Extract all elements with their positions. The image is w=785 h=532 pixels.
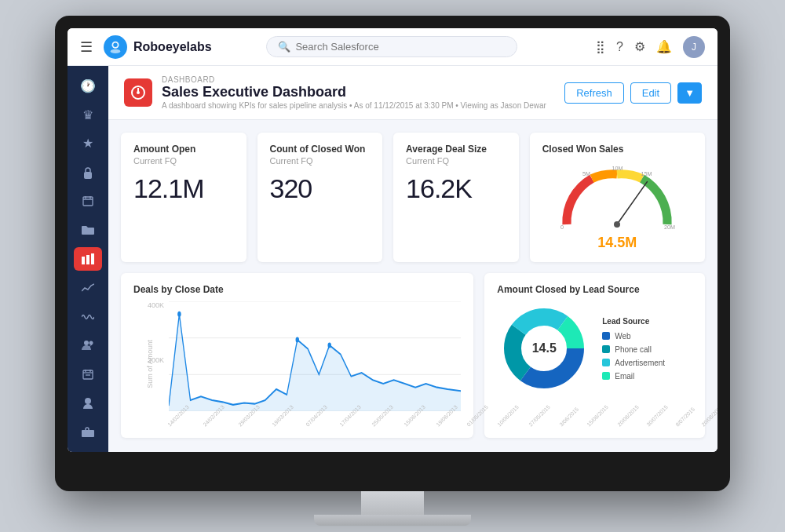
dashboard-icon xyxy=(124,78,152,107)
dropdown-button[interactable]: ▼ xyxy=(677,82,702,104)
apps-icon[interactable]: ⣿ xyxy=(596,39,605,54)
monitor-stand xyxy=(55,491,730,526)
line-chart-wrap: Sum of Amount 400K 200K xyxy=(133,301,461,427)
kpi-value-0: 12.1M xyxy=(133,173,234,204)
legend-label-ad: Advertisement xyxy=(615,359,665,367)
screen: ☰ Roboeyelabs 🔍 ⣿ xyxy=(68,28,717,452)
donut-center-value: 14.5 xyxy=(532,341,557,355)
legend-label-email: Email xyxy=(615,372,634,381)
search-input[interactable] xyxy=(295,41,436,53)
dash-body: Amount Open Current FQ 12.1M Count of Cl… xyxy=(108,120,717,450)
sidebar-item-star[interactable]: ★ xyxy=(74,132,102,156)
svg-point-18 xyxy=(85,398,91,404)
kpi-row: Amount Open Current FQ 12.1M Count of Cl… xyxy=(121,133,705,262)
settings-icon[interactable]: ⚙ xyxy=(634,39,645,54)
dash-title-wrap: DASHBOARD Sales Executive Dashboard A da… xyxy=(162,75,546,110)
edit-button[interactable]: Edit xyxy=(630,82,671,104)
sidebar: 🕐 ♛ ★ xyxy=(68,66,108,452)
sidebar-item-lock[interactable] xyxy=(74,160,102,184)
topbar-right: ⣿ ? ⚙ 🔔 J xyxy=(596,36,705,58)
search-bar[interactable]: 🔍 xyxy=(266,36,517,57)
svg-text:20M: 20M xyxy=(664,224,675,231)
kpi-card-1: Count of Closed Won Current FQ 320 xyxy=(257,133,383,262)
sidebar-item-folder[interactable] xyxy=(74,218,102,242)
kpi-value-2: 16.2K xyxy=(406,173,506,204)
donut-svg-wrap: 14.5 xyxy=(497,301,591,395)
svg-point-29 xyxy=(614,221,620,228)
sidebar-item-crown[interactable]: ♛ xyxy=(74,103,102,127)
svg-rect-4 xyxy=(83,197,93,206)
dashboard-header: DASHBOARD Sales Executive Dashboard A da… xyxy=(108,66,717,120)
dash-header-left: DASHBOARD Sales Executive Dashboard A da… xyxy=(124,75,546,110)
legend-dot-email xyxy=(602,372,610,380)
svg-text:10M: 10M xyxy=(612,165,623,172)
monitor-bezel: ☰ Roboeyelabs 🔍 ⣿ xyxy=(55,16,730,491)
svg-point-1 xyxy=(113,42,117,46)
legend-label-phone: Phone call xyxy=(615,345,652,354)
legend: Lead Source Web Phone call xyxy=(602,317,665,381)
legend-item-web: Web xyxy=(602,332,665,341)
svg-point-2 xyxy=(111,49,121,53)
charts-row: Deals by Close Date Sum of Amount 400K 2… xyxy=(121,273,705,438)
kpi-label-1: Count of Closed Won xyxy=(270,144,371,155)
menu-icon[interactable]: ☰ xyxy=(80,38,93,56)
sidebar-item-briefcase[interactable] xyxy=(74,420,102,444)
svg-text:15M: 15M xyxy=(641,170,652,177)
legend-item-email: Email xyxy=(602,372,665,381)
line-chart-svg-wrap xyxy=(169,301,461,411)
stand-base xyxy=(314,515,471,526)
stand-neck xyxy=(361,491,424,515)
brand: Roboeyelabs xyxy=(104,35,212,59)
avatar[interactable]: J xyxy=(683,36,705,58)
sidebar-item-cal2[interactable] xyxy=(74,363,102,387)
main-area: 🕐 ♛ ★ xyxy=(68,66,717,452)
dash-header-right: Refresh Edit ▼ xyxy=(564,82,702,104)
gauge-card: Closed Won Sales xyxy=(530,133,705,262)
svg-line-28 xyxy=(617,182,647,224)
help-icon[interactable]: ? xyxy=(616,40,623,54)
notifications-icon[interactable]: 🔔 xyxy=(656,39,672,54)
kpi-value-1: 320 xyxy=(270,173,371,204)
kpi-sublabel-0: Current FQ xyxy=(133,156,234,166)
kpi-card-0: Amount Open Current FQ 12.1M xyxy=(121,133,246,262)
sidebar-item-users[interactable] xyxy=(74,333,102,358)
search-icon: 🔍 xyxy=(278,41,290,53)
content: DASHBOARD Sales Executive Dashboard A da… xyxy=(108,66,717,452)
dashboard-label: DASHBOARD xyxy=(162,75,546,84)
svg-text:0: 0 xyxy=(560,224,564,231)
sidebar-item-calendar[interactable] xyxy=(74,189,102,213)
refresh-button[interactable]: Refresh xyxy=(564,82,624,104)
y-label-200: 200K xyxy=(148,356,164,364)
svg-text:5M: 5M xyxy=(582,170,590,177)
svg-point-11 xyxy=(84,341,89,345)
sidebar-item-trending[interactable] xyxy=(74,275,102,300)
sidebar-item-wave[interactable] xyxy=(74,304,102,329)
sidebar-item-user[interactable] xyxy=(74,391,102,415)
line-chart-title: Deals by Close Date xyxy=(133,284,461,295)
legend-dot-phone xyxy=(602,345,610,353)
svg-point-22 xyxy=(137,91,140,94)
legend-item-ad: Advertisement xyxy=(602,359,665,367)
donut-title: Amount Closed by Lead Source xyxy=(497,284,692,295)
sidebar-item-chart[interactable] xyxy=(74,247,102,271)
x-labels: 14/02/2013 24/02/2013 29/03/2013 19/03/2… xyxy=(169,411,461,427)
legend-label-web: Web xyxy=(615,332,630,341)
svg-point-36 xyxy=(327,343,330,348)
donut-content: 14.5 Lead Source Web xyxy=(497,301,692,395)
gauge-title: Closed Won Sales xyxy=(542,144,624,155)
topbar: ☰ Roboeyelabs 🔍 ⣿ xyxy=(68,28,717,66)
kpi-label-2: Average Deal Size xyxy=(406,144,506,155)
legend-item-phone: Phone call xyxy=(602,345,665,354)
svg-rect-3 xyxy=(84,172,92,179)
kpi-sublabel-1: Current FQ xyxy=(270,156,371,166)
kpi-sublabel-2: Current FQ xyxy=(406,156,506,166)
sidebar-item-time[interactable]: 🕐 xyxy=(74,74,102,98)
y-label-400: 400K xyxy=(148,301,164,309)
svg-point-35 xyxy=(296,337,299,343)
svg-rect-9 xyxy=(86,255,89,264)
kpi-card-2: Average Deal Size Current FQ 16.2K xyxy=(393,133,519,262)
line-chart-card: Deals by Close Date Sum of Amount 400K 2… xyxy=(121,273,473,438)
svg-point-12 xyxy=(89,341,93,345)
dashboard-subtitle: A dashboard showing KPIs for sales pipel… xyxy=(162,101,546,110)
brand-logo xyxy=(104,35,127,59)
